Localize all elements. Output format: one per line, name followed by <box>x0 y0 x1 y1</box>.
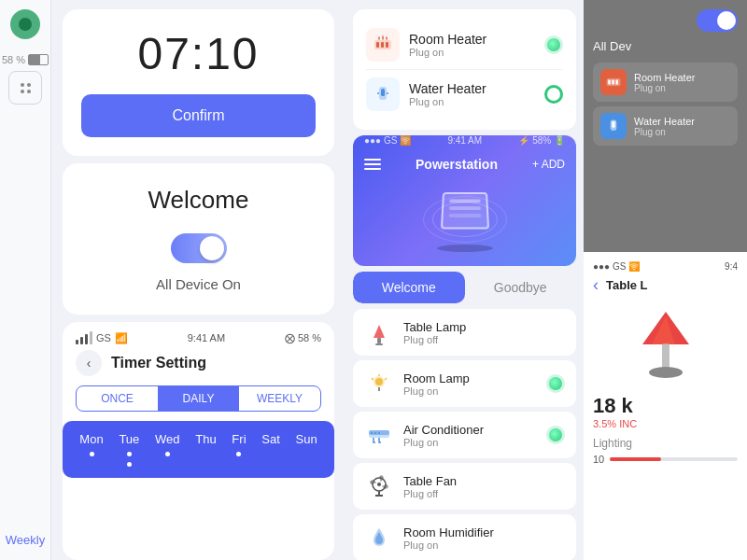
top-device-list: Room Heater Plug on Water Heater Plug on <box>353 9 576 130</box>
right-water-info: Water Heater Plug on <box>634 116 730 137</box>
right-heater-name: Room Heater <box>634 72 730 83</box>
network-label: GS <box>96 332 111 343</box>
all-device-text: All Device On <box>156 276 241 292</box>
water-heater-name: Water Heater <box>409 81 544 96</box>
table-lamp-visual <box>593 302 738 386</box>
right-panel: All Dev Room Heater Plug on <box>584 0 747 560</box>
day-thu: Thu <box>195 432 216 467</box>
sidebar-strip: 58 % Weekly <box>0 0 51 560</box>
ac-info: Air Conditioner Plug on <box>403 423 546 448</box>
fan-status: Plug off <box>403 488 565 499</box>
rb-time: 9:4 <box>725 261 738 272</box>
svg-rect-11 <box>377 338 381 343</box>
welcome-toggle[interactable] <box>171 233 227 263</box>
water-heater-info: Water Heater Plug on <box>409 81 544 107</box>
table-lamp-name: Table Lamp <box>403 320 565 334</box>
all-dev-text: All Dev <box>593 39 738 53</box>
hamburger-icon[interactable] <box>364 159 381 170</box>
humidifier-icon <box>364 523 394 553</box>
room-lamp-status: Plug on <box>403 385 546 397</box>
svg-point-36 <box>649 367 683 378</box>
tab-once[interactable]: ONCE <box>77 386 158 411</box>
device-water-heater: Water Heater Plug on <box>366 70 563 119</box>
day-fri-dot <box>236 452 241 456</box>
rb-slider-min: 10 <box>593 454 604 465</box>
rb-back-button[interactable]: ‹ <box>593 275 599 295</box>
all-dev-toggle[interactable] <box>697 9 738 32</box>
right-top: All Dev Room Heater Plug on <box>584 0 747 252</box>
wg-tabs: Welcome Goodbye <box>353 272 576 303</box>
rb-slider[interactable] <box>610 457 738 461</box>
battery-indicator: 58 % <box>2 54 49 65</box>
right-heater-icon <box>600 69 627 95</box>
dots-button[interactable] <box>8 71 42 105</box>
room-heater-info: Room Heater Plug on <box>409 32 544 58</box>
rb-value-row: 18 k <box>593 394 738 418</box>
room-lamp-icon <box>364 369 394 399</box>
water-heater-dot <box>544 85 563 104</box>
middle-panel: Room Heater Plug on Water Heater Plug on <box>345 0 584 560</box>
tab-goodbye[interactable]: Goodbye <box>465 272 577 303</box>
rb-signal: ●●● GS 🛜 <box>593 261 640 272</box>
status-bar: GS 📶 <box>76 331 128 344</box>
left-panel: 58 % Weekly 07:10 Confirm Welcome All De… <box>0 0 345 560</box>
battery-box <box>28 54 49 65</box>
svg-rect-1 <box>376 42 379 48</box>
days-row: Mon Tue Wed Thu Fri <box>63 421 334 478</box>
day-thu-dot <box>204 452 208 456</box>
rb-value: 18 k <box>593 394 633 418</box>
confirm-button[interactable]: Confirm <box>81 94 316 137</box>
list-item-room-lamp[interactable]: Room Lamp Plug on <box>353 360 576 407</box>
time-label: 9:41 AM <box>188 332 225 343</box>
timer-header: GS 📶 9:41 AM ⨂ 58 % <box>63 322 334 350</box>
back-button[interactable]: ‹ <box>76 350 102 376</box>
tab-daily[interactable]: DAILY <box>158 386 239 411</box>
list-item-humidifier[interactable]: Room Humidifier Plug on <box>353 514 576 560</box>
heater-icon <box>373 35 393 55</box>
day-sat-dot <box>269 452 274 456</box>
room-lamp-name: Room Lamp <box>403 371 546 385</box>
ps-header: Powerstation + ADD <box>353 149 576 179</box>
tab-welcome[interactable]: Welcome <box>353 272 465 303</box>
right-water-heater[interactable]: Water Heater Plug on <box>593 106 738 146</box>
ps-battery: ⚡ 58% 🔋 <box>518 135 565 146</box>
heater-icon-box <box>366 28 400 62</box>
powerstation-card: ●●● GS 🛜 9:41 AM ⚡ 58% 🔋 Powerstation + … <box>353 135 576 266</box>
ps-title: Powerstation <box>416 157 498 172</box>
day-tue: Tue <box>119 432 139 467</box>
table-lamp-icon <box>364 317 394 347</box>
ac-name: Air Conditioner <box>403 423 546 437</box>
list-item-table-fan[interactable]: Table Fan Plug off <box>353 463 576 510</box>
day-sun-dot <box>304 452 309 456</box>
timer-title: Timer Setting <box>111 355 206 371</box>
list-item-ac[interactable]: Air Conditioner Plug on <box>353 412 576 458</box>
wifi-icon: 📶 <box>115 332 128 344</box>
room-heater-name: Room Heater <box>409 32 544 47</box>
svg-rect-30 <box>612 80 613 85</box>
ac-icon <box>364 420 394 450</box>
fan-info: Table Fan Plug off <box>403 474 565 499</box>
table-lamp-svg <box>628 302 703 386</box>
list-item-table-lamp[interactable]: Table Lamp Plug off <box>353 309 576 356</box>
signal-dots <box>76 331 92 344</box>
room-heater-dot <box>544 35 563 54</box>
right-water-icon <box>600 113 627 139</box>
room-lamp-dot <box>546 374 565 393</box>
weekly-label: Weekly <box>6 533 45 547</box>
day-fri-label: Fri <box>232 432 246 446</box>
bat-percent: ⨂ 58 % <box>285 332 321 344</box>
right-bottom: ●●● GS 🛜 9:4 ‹ Table L 18 k 3.5% INC Li <box>584 252 747 560</box>
right-room-heater[interactable]: Room Heater Plug on <box>593 63 738 102</box>
svg-line-16 <box>372 378 374 380</box>
svg-point-14 <box>375 378 383 385</box>
welcome-title: Welcome <box>148 186 249 215</box>
tab-weekly[interactable]: WEEKLY <box>239 386 320 411</box>
ps-add-button[interactable]: + ADD <box>532 158 565 171</box>
day-sat-label: Sat <box>261 432 280 446</box>
right-water-status: Plug on <box>634 127 730 137</box>
status-circle <box>10 9 40 39</box>
day-wed-label: Wed <box>155 432 180 446</box>
svg-rect-12 <box>375 343 383 345</box>
rb-lighting-label: Lighting <box>593 437 738 450</box>
humidifier-status: Plug on <box>403 539 565 551</box>
